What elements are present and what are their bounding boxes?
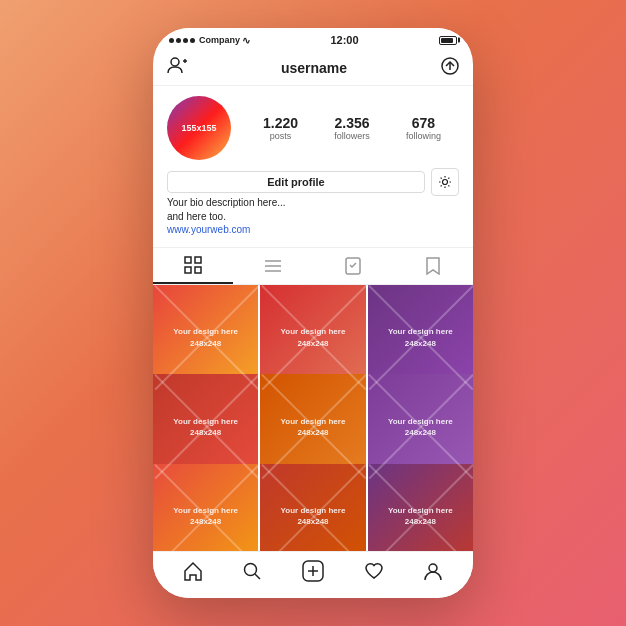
bottom-nav <box>153 551 473 598</box>
followers-count: 2.356 <box>334 115 369 131</box>
posts-label: posts <box>270 131 292 141</box>
battery-icon <box>439 36 457 45</box>
tabs-bar <box>153 247 473 285</box>
svg-rect-8 <box>185 267 191 273</box>
tab-saved[interactable] <box>393 248 473 284</box>
grid-text-4: Your design here 248x248 <box>281 416 346 438</box>
signal-dot-3 <box>183 38 188 43</box>
stat-following: 678 following <box>406 115 441 141</box>
posts-grid: Your design here 248x248 Your design her… <box>153 285 473 551</box>
add-user-icon[interactable] <box>167 56 187 79</box>
following-label: following <box>406 131 441 141</box>
nav-search-icon[interactable] <box>242 561 262 585</box>
grid-item[interactable]: Your design here 248x248 <box>260 464 365 551</box>
signal-dot-1 <box>169 38 174 43</box>
tab-list[interactable] <box>233 248 313 284</box>
profile-actions: Edit profile <box>167 168 459 196</box>
settings-icon[interactable] <box>431 168 459 196</box>
ig-header: username <box>153 50 473 86</box>
nav-add-icon[interactable] <box>302 560 324 586</box>
signal-dot-2 <box>176 38 181 43</box>
wifi-icon: ∿ <box>242 35 250 46</box>
grid-item[interactable]: Your design here 248x248 <box>368 464 473 551</box>
grid-text-5: Your design here 248x248 <box>388 416 453 438</box>
followers-label: followers <box>334 131 370 141</box>
svg-line-15 <box>255 574 260 579</box>
svg-point-19 <box>429 564 437 572</box>
grid-text-7: Your design here 248x248 <box>281 505 346 527</box>
bio-line2: and here too. <box>167 210 459 224</box>
grid-text-3: Your design here 248x248 <box>173 416 238 438</box>
grid-text-6: Your design here 248x248 <box>173 505 238 527</box>
following-count: 678 <box>412 115 435 131</box>
profile-section: 155x155 1.220 posts 2.356 followers 678 … <box>153 86 473 247</box>
edit-profile-button[interactable]: Edit profile <box>167 171 425 193</box>
profile-top: 155x155 1.220 posts 2.356 followers 678 … <box>167 96 459 160</box>
avatar[interactable]: 155x155 <box>167 96 231 160</box>
tab-tagged[interactable] <box>313 248 393 284</box>
svg-point-14 <box>245 564 257 576</box>
archive-icon[interactable] <box>441 57 459 79</box>
stat-posts: 1.220 posts <box>263 115 298 141</box>
grid-item[interactable]: Your design here 248x248 <box>153 464 258 551</box>
time-display: 12:00 <box>330 34 358 46</box>
carrier-label: Company <box>199 35 240 45</box>
stat-followers: 2.356 followers <box>334 115 370 141</box>
nav-home-icon[interactable] <box>183 561 203 585</box>
nav-profile-icon[interactable] <box>423 561 443 585</box>
phone-frame: Company ∿ 12:00 username <box>153 28 473 598</box>
grid-text-2: Your design here 248x248 <box>388 326 453 348</box>
stats-container: 1.220 posts 2.356 followers 678 followin… <box>245 115 459 141</box>
svg-rect-9 <box>195 267 201 273</box>
grid-text-1: Your design here 248x248 <box>281 326 346 348</box>
status-bar: Company ∿ 12:00 <box>153 28 473 50</box>
battery-fill <box>441 38 453 43</box>
svg-point-0 <box>171 58 179 66</box>
bio-link[interactable]: www.yourweb.com <box>167 224 459 235</box>
profile-username: username <box>281 60 347 76</box>
bio-line1: Your bio description here... <box>167 196 459 210</box>
posts-count: 1.220 <box>263 115 298 131</box>
grid-text-8: Your design here 248x248 <box>388 505 453 527</box>
tab-grid[interactable] <box>153 248 233 284</box>
status-right <box>439 36 457 45</box>
signal-dot-4 <box>190 38 195 43</box>
svg-rect-6 <box>185 257 191 263</box>
svg-rect-7 <box>195 257 201 263</box>
nav-heart-icon[interactable] <box>364 561 384 585</box>
avatar-label: 155x155 <box>181 123 216 133</box>
status-left: Company ∿ <box>169 35 250 46</box>
bio-section: Your bio description here... and here to… <box>167 196 459 235</box>
svg-point-5 <box>443 180 448 185</box>
grid-text-0: Your design here 248x248 <box>173 326 238 348</box>
